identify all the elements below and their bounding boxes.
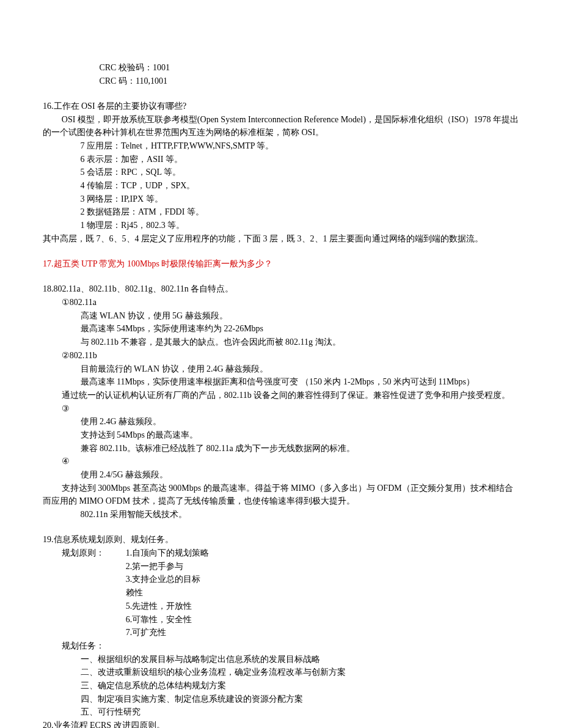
text: 1 物理层：Rj45，802.3 等。 [81, 221, 185, 230]
text: ④ [62, 457, 70, 466]
q19-task: 五、可行性研究 [43, 705, 519, 719]
q18c-head: ③ [43, 402, 519, 416]
q19-title: 19.信息系统规划原则、规划任务。 [43, 533, 519, 546]
q19-principle: 2.第一把手参与 [126, 560, 519, 573]
text: 支持达到 300Mbps 甚至高达 900Mbps 的最高速率。得益于将 MIM… [43, 483, 513, 506]
text: CRC 校验码：1001 [99, 63, 170, 72]
text: 使用 2.4G 赫兹频段。 [81, 417, 162, 426]
text: ②802.11b [62, 351, 97, 360]
text: 目前最流行的 WLAN 协议，使用 2.4G 赫兹频段。 [81, 364, 269, 373]
text: 6.可靠性，安全性 [126, 615, 192, 624]
text: 2.第一把手参与 [126, 562, 184, 571]
q18a-head: ①802.11a [43, 296, 519, 309]
text: 6 表示层：加密，ASII 等。 [81, 155, 183, 164]
q16-tail: 其中高层，既 7、6、5、4 层定义了应用程序的功能，下面 3 层，既 3、2、… [43, 232, 519, 246]
q16-layer: 4 传输层：TCP，UDP，SPX。 [43, 179, 519, 193]
q19-task: 一、根据组织的发展目标与战略制定出信息系统的发展目标战略 [43, 653, 519, 666]
crc-check-code: CRC 校验码：1001 [43, 61, 519, 75]
q19-principle: 赖性 [126, 586, 519, 600]
text: 18.802.11a、802.11b、802.11g、802.11n 各自特点。 [43, 284, 233, 293]
text: 其中高层，既 7、6、5、4 层定义了应用程序的功能，下面 3 层，既 3、2、… [43, 234, 483, 243]
text: 5 会话层：RPC，SQL 等。 [81, 167, 181, 177]
text: 二、改进或重新设组织的核心业务流程，确定业务流程改革与创新方案 [81, 667, 346, 677]
text: 五、可行性研究 [81, 707, 140, 716]
q18d-line: 使用 2.4/5G 赫兹频段。 [43, 468, 519, 482]
q18a-line: 最高速率 54Mbps，实际使用速率约为 22-26Mbps [43, 322, 519, 336]
q18-title: 18.802.11a、802.11b、802.11g、802.11n 各自特点。 [43, 282, 519, 296]
text: 一、根据组织的发展目标与战略制定出信息系统的发展目标战略 [81, 655, 320, 664]
q19-principles-label: 规划原则： [43, 546, 126, 639]
q18c-line: 支持达到 54Mbps 的最高速率。 [43, 428, 519, 442]
q16-intro: OSI 模型，即开放系统互联参考模型(Open System Interconn… [43, 113, 519, 139]
text: ①802.11a [62, 298, 97, 307]
text: 802.11n 采用智能天线技术。 [81, 510, 187, 519]
q17-title: 17.超五类 UTP 带宽为 100Mbps 时极限传输距离一般为多少？ [43, 257, 519, 271]
text: 使用 2.4/5G 赫兹频段。 [81, 470, 169, 479]
text: 19.信息系统规划原则、规划任务。 [43, 535, 173, 544]
text: 2 数据链路层：ATM，FDDI 等。 [81, 207, 204, 216]
q18c-line: 兼容 802.11b。该标准已经战胜了 802.11a 成为下一步无线数据网的标… [43, 442, 519, 455]
q16-layer: 2 数据链路层：ATM，FDDI 等。 [43, 205, 519, 219]
q18d-head: ④ [43, 455, 519, 468]
text: 最高速率 11Mbps，实际使用速率根据距离和信号强度可变 （150 米内 1-… [43, 377, 475, 386]
q18b-line: 通过统一的认证机构认证所有厂商的产品，802.11b 设备之间的兼容性得到了保证… [43, 389, 519, 402]
q18c-line: 使用 2.4G 赫兹频段。 [43, 415, 519, 428]
text: 17.超五类 UTP 带宽为 100Mbps 时极限传输距离一般为多少？ [43, 259, 272, 268]
text: 最高速率 54Mbps，实际使用速率约为 22-26Mbps [81, 324, 263, 333]
q16-title: 16.工作在 OSI 各层的主要协议有哪些? [43, 100, 519, 113]
q16-layer: 3 网络层：IP,IPX 等。 [43, 193, 519, 206]
text: 16.工作在 OSI 各层的主要协议有哪些? [43, 101, 186, 111]
q20-title: 20.业务流程 ECRS 改进四原则。 [43, 719, 519, 728]
q19-tasks-label: 规划任务： [43, 639, 519, 653]
text: 3 网络层：IP,IPX 等。 [81, 194, 163, 204]
text: 规划原则： [62, 548, 104, 557]
text: 规划任务： [62, 641, 104, 650]
q16-layer: 6 表示层：加密，ASII 等。 [43, 153, 519, 166]
crc-code: CRC 码：110,1001 [43, 75, 519, 88]
text: 兼容 802.11b。该标准已经战胜了 802.11a 成为下一步无线数据网的标… [81, 444, 356, 453]
text: 支持达到 54Mbps 的最高速率。 [81, 430, 199, 439]
text: 4 传输层：TCP，UDP，SPX。 [81, 181, 195, 190]
text: 通过统一的认证机构认证所有厂商的产品，802.11b 设备之间的兼容性得到了保证… [62, 391, 510, 400]
q19-principle: 3.支持企业总的目标 [126, 573, 519, 586]
text: OSI 模型，即开放系统互联参考模型(Open System Interconn… [43, 115, 519, 138]
q19-principle: 5.先进性，开放性 [126, 600, 519, 613]
text: 5.先进性，开放性 [126, 601, 192, 611]
q19-principle: 1.自顶向下的规划策略 [126, 546, 519, 560]
text: 三、确定信息系统的总体结构规划方案 [81, 681, 226, 690]
text: 7.可扩充性 [126, 628, 167, 637]
q19-task: 二、改进或重新设组织的核心业务流程，确定业务流程改革与创新方案 [43, 666, 519, 679]
q18b-line: 最高速率 11Mbps，实际使用速率根据距离和信号强度可变 （150 米内 1-… [43, 375, 519, 389]
q16-layer: 1 物理层：Rj45，802.3 等。 [43, 219, 519, 232]
q16-layer: 7 应用层：Telnet，HTTP,FTP,WWW,NFS,SMTP 等。 [43, 139, 519, 153]
text: 高速 WLAN 协议，使用 5G 赫兹频段。 [81, 311, 228, 320]
q18b-head: ②802.11b [43, 349, 519, 362]
text: 20.业务流程 ECRS 改进四原则。 [43, 721, 165, 728]
q18a-line: 与 802.11b 不兼容，是其最大的缺点。也许会因此而被 802.11g 淘汰… [43, 336, 519, 349]
text: 7 应用层：Telnet，HTTP,FTP,WWW,NFS,SMTP 等。 [81, 141, 274, 150]
q18d-line: 支持达到 300Mbps 甚至高达 900Mbps 的最高速率。得益于将 MIM… [43, 482, 519, 508]
text: 与 802.11b 不兼容，是其最大的缺点。也许会因此而被 802.11g 淘汰… [81, 337, 341, 347]
q18b-line: 目前最流行的 WLAN 协议，使用 2.4G 赫兹频段。 [43, 362, 519, 376]
q19-principle: 7.可扩充性 [126, 626, 519, 639]
q19-task: 四、制定项目实施方案、制定信息系统建设的资源分配方案 [43, 693, 519, 706]
q19-principle: 6.可靠性，安全性 [126, 613, 519, 627]
text: 1.自顶向下的规划策略 [126, 548, 210, 557]
q18d-line: 802.11n 采用智能天线技术。 [43, 508, 519, 521]
q19-task: 三、确定信息系统的总体结构规划方案 [43, 679, 519, 693]
text: CRC 码：110,1001 [99, 76, 167, 86]
q19-principles-row: 规划原则： 1.自顶向下的规划策略 2.第一把手参与 3.支持企业总的目标 赖性… [43, 546, 519, 639]
text: ③ [62, 404, 70, 413]
q16-layer: 5 会话层：RPC，SQL 等。 [43, 166, 519, 179]
text: 3.支持企业总的目标 [126, 575, 201, 584]
q18a-line: 高速 WLAN 协议，使用 5G 赫兹频段。 [43, 309, 519, 323]
text: 四、制定项目实施方案、制定信息系统建设的资源分配方案 [81, 694, 303, 704]
text: 赖性 [126, 588, 143, 597]
